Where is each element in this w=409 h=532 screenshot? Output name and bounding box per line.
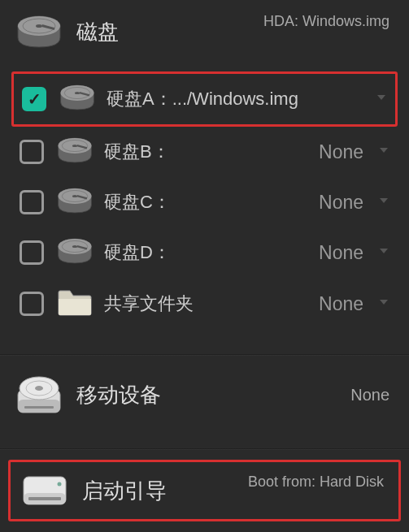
removable-value: None — [350, 386, 389, 404]
disk-checkbox-4[interactable] — [20, 292, 44, 316]
checkmark-icon: ✓ — [28, 89, 41, 109]
removable-section[interactable]: 移动设备 None — [0, 356, 409, 439]
hdd-icon — [57, 187, 93, 214]
boot-title: 启动引导 — [82, 477, 167, 505]
disk-label-0: 硬盘A：.../Windows.img — [107, 87, 368, 111]
svg-rect-30 — [24, 406, 54, 409]
boot-subtitle: Boot from: Hard Disk — [248, 474, 384, 491]
disk-checkbox-0[interactable]: ✓ — [22, 87, 46, 111]
disk-row-2[interactable]: 硬盘C：None — [11, 177, 398, 227]
cd-drive-icon — [16, 375, 62, 414]
disk-value-4: None — [319, 293, 363, 315]
disk-section-header: 磁盘 HDA: Windows.img — [0, 0, 409, 63]
disk-value-1: None — [319, 141, 363, 163]
hdd-icon — [57, 136, 93, 164]
chevron-down-icon — [376, 92, 387, 103]
removable-title: 移动设备 — [76, 381, 161, 409]
disk-row-0[interactable]: ✓ 硬盘A：.../Windows.img — [11, 71, 398, 127]
disk-value-3: None — [319, 242, 363, 264]
chevron-down-icon — [378, 145, 389, 156]
svg-point-18 — [72, 195, 77, 197]
svg-point-34 — [58, 482, 62, 487]
chevron-down-icon — [378, 195, 389, 206]
svg-point-3 — [36, 24, 42, 28]
disk-dropdown-1[interactable] — [370, 145, 389, 159]
disk-dropdown-3[interactable] — [370, 245, 389, 260]
disk-dropdown-0[interactable] — [368, 92, 387, 106]
svg-rect-33 — [28, 497, 61, 500]
hdd-icon — [57, 237, 93, 265]
boot-drive-icon — [22, 474, 67, 508]
svg-point-29 — [35, 386, 43, 391]
section-divider-2 — [0, 448, 409, 450]
disk-label-2: 硬盘C： — [104, 190, 319, 214]
disk-row-3[interactable]: 硬盘D：None — [11, 227, 398, 278]
disk-row-1[interactable]: 硬盘B：None — [11, 127, 398, 177]
disk-row-4[interactable]: 共享文件夹None — [11, 278, 398, 330]
hdd-icon — [59, 84, 95, 111]
disk-dropdown-4[interactable] — [370, 296, 389, 311]
folder-icon — [57, 288, 93, 317]
svg-point-13 — [72, 145, 77, 147]
disk-section-title: 磁盘 — [76, 18, 119, 46]
chevron-down-icon — [378, 296, 389, 308]
svg-point-23 — [72, 245, 77, 248]
disk-checkbox-3[interactable] — [20, 240, 44, 265]
disk-checkbox-2[interactable] — [20, 190, 44, 214]
disk-label-3: 硬盘D： — [104, 240, 319, 265]
disk-value-2: None — [319, 192, 363, 214]
disk-checkbox-1[interactable] — [20, 140, 44, 164]
hdd-icon — [16, 15, 62, 49]
boot-section[interactable]: 启动引导 Boot from: Hard Disk — [8, 460, 401, 521]
disk-label-4: 共享文件夹 — [104, 292, 319, 316]
disk-list: ✓ 硬盘A：.../Windows.img 硬盘B：None 硬盘C：None … — [0, 63, 409, 344]
chevron-down-icon — [378, 245, 389, 257]
disk-label-1: 硬盘B： — [104, 140, 319, 164]
disk-dropdown-2[interactable] — [370, 195, 389, 210]
svg-point-8 — [75, 92, 80, 94]
disk-section-subtitle: HDA: Windows.img — [263, 13, 389, 30]
